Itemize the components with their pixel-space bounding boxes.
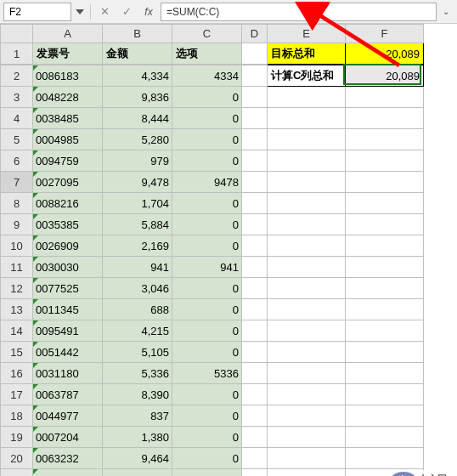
table-cell[interactable]: 1,704 xyxy=(103,193,172,214)
table-cell[interactable]: 0027095 xyxy=(33,172,103,193)
col-header-a[interactable]: A xyxy=(33,25,103,43)
row-header[interactable]: 17 xyxy=(1,384,33,405)
table-cell[interactable]: 0 xyxy=(172,405,242,427)
name-box-dropdown[interactable] xyxy=(73,9,87,14)
cell[interactable] xyxy=(242,129,268,150)
header-cell[interactable]: 金额 xyxy=(103,43,172,65)
cell[interactable] xyxy=(346,108,424,129)
table-cell[interactable]: 0077525 xyxy=(33,278,103,299)
table-cell[interactable]: 4,215 xyxy=(103,320,172,342)
table-cell[interactable]: 0044977 xyxy=(33,405,103,427)
col-header-c[interactable]: C xyxy=(172,25,242,43)
cell[interactable] xyxy=(242,108,268,129)
cell[interactable] xyxy=(242,214,268,235)
cell[interactable] xyxy=(268,172,346,193)
cell[interactable] xyxy=(242,87,268,108)
table-cell[interactable]: 0026909 xyxy=(33,235,103,257)
table-cell[interactable]: 9,464 xyxy=(103,448,172,469)
table-cell[interactable]: 0094759 xyxy=(33,150,103,172)
cell[interactable] xyxy=(268,150,346,172)
table-cell[interactable]: 0 xyxy=(172,342,242,363)
table-cell[interactable]: 0007204 xyxy=(33,427,103,448)
cell[interactable] xyxy=(242,363,268,384)
cell[interactable] xyxy=(346,193,424,214)
fx-icon[interactable]: fx xyxy=(138,3,159,21)
formula-input[interactable]: =SUM(C:C) xyxy=(161,3,437,21)
cell[interactable] xyxy=(346,448,424,469)
table-cell[interactable]: 688 xyxy=(103,299,172,320)
row-header[interactable]: 7 xyxy=(1,172,33,193)
cell[interactable] xyxy=(242,257,268,278)
calc-sum-value[interactable]: 20,089 xyxy=(346,65,424,87)
table-cell[interactable]: 0 xyxy=(172,150,242,172)
cell[interactable] xyxy=(268,193,346,214)
row-header[interactable]: 5 xyxy=(1,129,33,150)
table-cell[interactable]: 0086183 xyxy=(33,65,103,87)
cell[interactable] xyxy=(346,342,424,363)
row-header[interactable]: 14 xyxy=(1,320,33,342)
table-cell[interactable]: 0035385 xyxy=(33,214,103,235)
cell[interactable] xyxy=(346,214,424,235)
row-header[interactable]: 9 xyxy=(1,214,33,235)
row-header[interactable]: 16 xyxy=(1,363,33,384)
cell[interactable] xyxy=(242,193,268,214)
row-header[interactable]: 12 xyxy=(1,278,33,299)
cell[interactable] xyxy=(242,65,268,87)
cell[interactable] xyxy=(268,257,346,278)
calc-sum-label[interactable]: 计算C列总和 xyxy=(268,65,346,87)
table-cell[interactable]: 0 xyxy=(172,214,242,235)
cell[interactable] xyxy=(268,342,346,363)
table-cell[interactable]: 9478 xyxy=(172,172,242,193)
table-cell[interactable]: 0011345 xyxy=(33,299,103,320)
header-cell[interactable]: 发票号 xyxy=(33,43,103,65)
cell[interactable] xyxy=(346,320,424,342)
row-header[interactable]: 13 xyxy=(1,299,33,320)
cell[interactable] xyxy=(268,448,346,469)
cell[interactable] xyxy=(242,448,268,469)
cancel-icon[interactable]: ✕ xyxy=(94,3,115,21)
expand-formula-icon[interactable]: ⌄ xyxy=(438,7,454,16)
cell[interactable] xyxy=(346,405,424,427)
name-box[interactable]: F2 xyxy=(3,3,71,21)
cell[interactable] xyxy=(268,427,346,448)
table-cell[interactable]: 0 xyxy=(172,427,242,448)
table-cell[interactable]: 0048228 xyxy=(33,87,103,108)
cell[interactable] xyxy=(346,427,424,448)
target-sum-value[interactable]: 20,089 xyxy=(346,43,424,65)
cell[interactable] xyxy=(346,257,424,278)
cell[interactable] xyxy=(242,405,268,427)
table-cell[interactable]: 0095491 xyxy=(33,320,103,342)
table-cell[interactable]: 5336 xyxy=(172,363,242,384)
table-cell[interactable]: 4334 xyxy=(172,65,242,87)
table-cell[interactable]: 0 xyxy=(172,108,242,129)
table-cell[interactable]: 0 xyxy=(172,299,242,320)
cell[interactable] xyxy=(346,363,424,384)
cell[interactable] xyxy=(242,172,268,193)
cell[interactable] xyxy=(268,129,346,150)
table-cell[interactable]: 3,046 xyxy=(103,278,172,299)
table-cell[interactable]: 2,169 xyxy=(103,235,172,257)
table-cell[interactable]: 1,380 xyxy=(103,427,172,448)
col-header-f[interactable]: F xyxy=(346,25,424,43)
table-cell[interactable]: 941 xyxy=(103,257,172,278)
table-cell[interactable]: 5,105 xyxy=(103,342,172,363)
table-cell[interactable]: 0 xyxy=(172,87,242,108)
table-cell[interactable]: 9,836 xyxy=(103,87,172,108)
confirm-icon[interactable]: ✓ xyxy=(116,3,137,21)
col-header-d[interactable]: D xyxy=(242,25,268,43)
table-cell[interactable]: 0004985 xyxy=(33,129,103,150)
cell[interactable] xyxy=(242,320,268,342)
table-cell[interactable]: 0075581 xyxy=(33,469,103,477)
cell[interactable] xyxy=(268,469,346,477)
row-header[interactable]: 3 xyxy=(1,87,33,108)
cell[interactable] xyxy=(268,299,346,320)
col-header-e[interactable]: E xyxy=(268,25,346,43)
table-cell[interactable]: 0 xyxy=(172,235,242,257)
cell[interactable] xyxy=(242,235,268,257)
cell[interactable] xyxy=(268,363,346,384)
table-cell[interactable]: 8,444 xyxy=(103,108,172,129)
cell[interactable] xyxy=(268,214,346,235)
row-header[interactable]: 20 xyxy=(1,448,33,469)
select-all-corner[interactable] xyxy=(1,25,33,43)
table-cell[interactable]: 0063787 xyxy=(33,384,103,405)
